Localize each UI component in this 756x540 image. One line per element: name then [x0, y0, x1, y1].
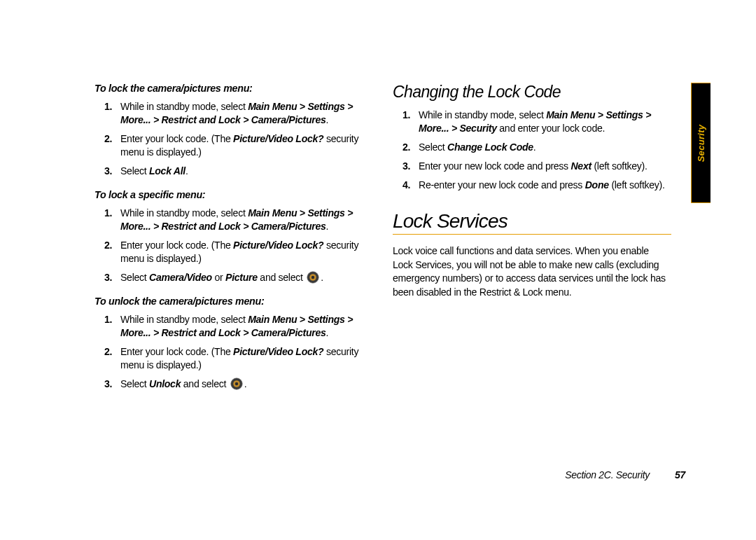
step-item: 1.While in standby mode, select Main Men… — [94, 313, 373, 340]
tab-label: Security — [696, 124, 706, 162]
divider — [393, 234, 671, 235]
step-item: 3.Select Unlock and select . — [94, 378, 373, 391]
step-item: 2.Enter your lock code. (The Picture/Vid… — [94, 345, 373, 372]
step-item: 3.Select Camera/Video or Picture and sel… — [94, 271, 373, 284]
task-heading: To lock a specific menu: — [94, 189, 373, 200]
step-item: 2.Enter your lock code. (The Picture/Vid… — [94, 132, 373, 159]
step-item: 1.While in standby mode, select Main Men… — [94, 207, 373, 233]
task-heading: To unlock the camera/pictures menu: — [94, 296, 373, 307]
step-item: 1.While in standby mode, select Main Men… — [94, 100, 373, 127]
section-title: Lock Services — [393, 210, 671, 233]
step-item: 3.Enter your new lock code and press Nex… — [393, 160, 671, 173]
ok-button-icon — [307, 271, 319, 284]
steps-list: 1.While in standby mode, select Main Men… — [393, 109, 671, 192]
body-paragraph: Lock voice call functions and data servi… — [393, 244, 671, 299]
steps-list: 1.While in standby mode, select Main Men… — [94, 100, 373, 178]
task-heading: To lock the camera/pictures menu: — [94, 83, 373, 94]
ok-button-icon — [230, 378, 243, 390]
step-item: 2.Enter your lock code. (The Picture/Vid… — [94, 239, 373, 265]
page-content: To lock the camera/pictures menu: 1.Whil… — [94, 83, 688, 482]
step-item: 3.Select Lock All. — [94, 165, 373, 178]
steps-list: 1.While in standby mode, select Main Men… — [94, 207, 373, 284]
step-item: 1.While in standby mode, select Main Men… — [393, 109, 671, 135]
left-column: To lock the camera/pictures menu: 1.Whil… — [94, 83, 373, 482]
page-number: 57 — [675, 469, 685, 480]
svg-point-5 — [234, 382, 237, 385]
footer-section: Section 2C. Security — [565, 469, 650, 480]
right-column: Changing the Lock Code 1.While in standb… — [393, 83, 671, 482]
section-tab: Security — [691, 83, 710, 203]
page-footer: Section 2C. Security57 — [565, 469, 685, 480]
step-item: 2.Select Change Lock Code. — [393, 141, 671, 154]
section-heading: Changing the Lock Code — [393, 83, 671, 102]
steps-list: 1.While in standby mode, select Main Men… — [94, 313, 373, 391]
svg-point-2 — [312, 276, 314, 279]
step-item: 4.Re-enter your new lock code and press … — [393, 179, 671, 192]
